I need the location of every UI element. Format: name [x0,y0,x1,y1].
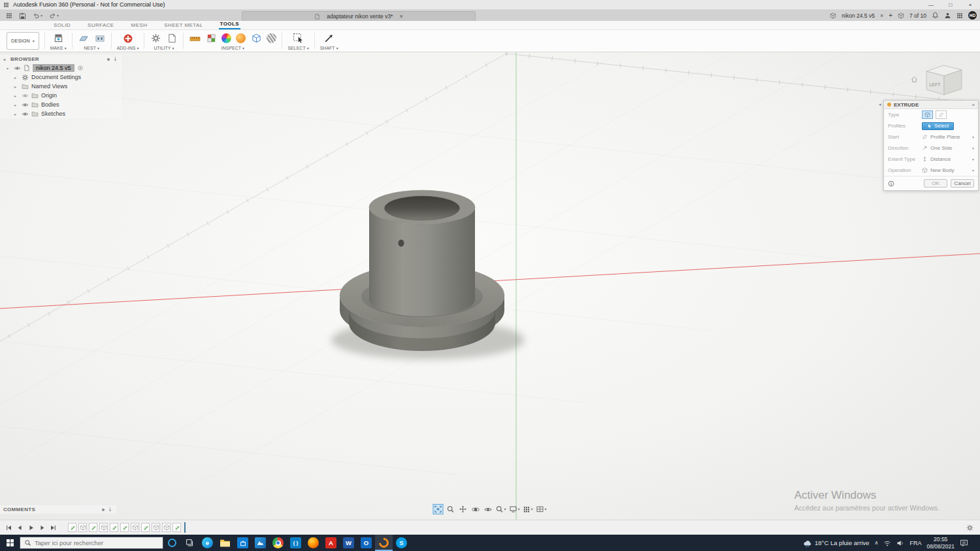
taskbar-app-fusion-360-icon[interactable] [375,535,393,551]
eye-icon[interactable] [22,101,29,109]
active-document-label[interactable]: nikon 24.5 v5 [841,12,875,19]
pin-icon[interactable] [112,56,118,62]
expand-icon[interactable]: ▸ [14,103,19,107]
timeline-settings-gear-icon[interactable] [966,522,976,533]
expand-icon[interactable]: ▾ [7,66,11,71]
chevron-down-icon[interactable]: ▾ [41,14,42,18]
add-ins-icon[interactable] [122,33,134,44]
browser-item-bodies[interactable]: ▸ Bodies [0,100,122,109]
ground-icon[interactable] [77,65,84,71]
step-back-icon[interactable] [15,523,24,532]
group-label-add-ins[interactable]: ADD-INS▾ [117,46,139,50]
zoom-window-icon[interactable]: ▾ [495,504,506,514]
group-label-select[interactable]: SELECT▾ [287,46,308,50]
apps-grid-icon[interactable] [956,12,963,19]
new-tab-button[interactable]: + [889,12,892,19]
timeline-feature-sketch-icon[interactable] [68,523,76,532]
tab-mesh[interactable]: MESH [130,22,149,29]
direction-dropdown[interactable]: One Side ▾ [922,145,974,151]
group-label-utility[interactable]: UTILITY▾ [154,46,174,50]
expand-icon[interactable]: ▸ [14,84,19,89]
step-forward-icon[interactable] [37,523,46,532]
type-extrude-button[interactable] [922,110,933,119]
tray-chevron-up-icon[interactable]: ∧ [875,540,879,546]
eye-icon[interactable] [22,110,29,118]
skip-end-icon[interactable] [48,523,57,532]
taskbar-app-file-explorer-icon[interactable] [216,535,234,551]
document-tab[interactable]: adaptateur nikon vente v3* × [242,11,476,21]
taskbar-app-firefox-icon[interactable] [304,535,322,551]
notification-center-icon[interactable] [960,539,968,547]
taskbar-app-word-icon[interactable]: W [340,535,357,551]
extrude-dialog-header[interactable]: EXTRUDE » [884,101,978,109]
browser-item-origin[interactable]: ▸ Origin [0,91,122,100]
timeline-feature-extrude-icon[interactable] [152,523,160,532]
taskbar-app-adobe-acrobat-icon[interactable]: A [322,535,340,551]
orbit-icon[interactable] [470,504,480,514]
group-label-shaft[interactable]: SHAFT▾ [320,46,338,50]
undo-button[interactable]: ▾ [33,12,42,19]
expand-panel-icon[interactable]: » [972,102,975,108]
close-button[interactable]: × [960,0,980,9]
type-thin-extrude-button[interactable] [936,110,947,119]
group-label-inspect[interactable]: INSPECT▾ [221,46,244,50]
taskbar-app-store-icon[interactable] [234,535,252,551]
skip-start-icon[interactable] [4,523,13,532]
timeline-feature-extrude-icon[interactable] [99,523,108,532]
section-analysis-icon[interactable] [250,33,262,44]
taskbar-app-edge-icon[interactable]: e [199,535,216,551]
zebra-analysis-icon[interactable] [267,33,276,43]
scripts-icon[interactable] [150,33,161,44]
taskbar-search[interactable] [20,537,163,549]
draft-analysis-icon[interactable] [236,33,246,43]
viewcube[interactable]: LEFT [926,65,962,95]
user-icon[interactable] [944,12,951,19]
app-launcher-icon[interactable] [6,10,12,22]
measure-icon[interactable] [189,33,201,44]
viewcube-face-label[interactable]: LEFT [929,82,941,87]
curvature-analysis-icon[interactable] [221,33,231,43]
operation-dropdown[interactable]: New Body ▾ [922,167,974,173]
taskbar-app-skype-icon[interactable]: S [393,535,410,551]
nest-layout-icon[interactable] [94,33,106,44]
start-button[interactable] [0,535,20,551]
clock[interactable]: 20:55 08/08/2021 [926,536,955,550]
profiles-select-button[interactable]: Select [922,122,954,130]
utility-doc-icon[interactable] [166,33,178,44]
group-label-make[interactable]: MAKE▾ [50,46,67,50]
cortana-icon[interactable] [163,535,181,551]
tab-tools[interactable]: TOOLS [219,21,240,29]
cancel-button[interactable]: Cancel [951,179,974,188]
look-at-icon[interactable] [482,504,493,514]
weather-widget[interactable]: 18°C La pluie arrive [803,539,870,548]
taskbar-app-outlook-icon[interactable]: O [357,535,375,551]
pan-icon[interactable] [457,504,468,514]
network-icon[interactable] [883,539,891,547]
search-input[interactable] [35,539,144,546]
chevron-down-icon[interactable]: ▾ [57,14,59,18]
viewports-icon[interactable]: ▾ [536,504,547,514]
eye-icon[interactable] [14,65,21,72]
info-icon[interactable] [888,180,894,187]
language-indicator[interactable]: FRA [909,540,921,546]
zoom-icon[interactable] [445,504,455,514]
collapse-icon[interactable]: ◂ [3,57,8,61]
nest-sheet-icon[interactable] [78,33,90,44]
fit-view-icon[interactable] [433,504,443,514]
select-icon[interactable] [293,33,304,44]
save-icon[interactable] [19,10,26,22]
close-document-icon[interactable]: × [880,12,883,19]
browser-root-row[interactable]: ▾ nikon 24.5 v5 [0,63,122,73]
job-status-count[interactable]: 7 of 10 [909,12,926,19]
collapse-icon[interactable]: ◂ [879,102,881,107]
display-settings-icon[interactable]: ▾ [508,504,520,514]
timeline-feature-sketch-icon[interactable] [110,523,118,532]
timeline-feature-extrude-icon[interactable] [78,523,87,532]
notification-bell-icon[interactable] [932,12,939,19]
shaft-icon[interactable] [323,33,335,44]
browser-item-document-settings[interactable]: ▸ Document Settings [0,73,122,82]
pin-icon[interactable] [107,507,113,512]
task-view-icon[interactable] [181,535,199,551]
close-tab-icon[interactable]: × [399,13,402,20]
tab-sheet-metal[interactable]: SHEET METAL [163,22,204,29]
